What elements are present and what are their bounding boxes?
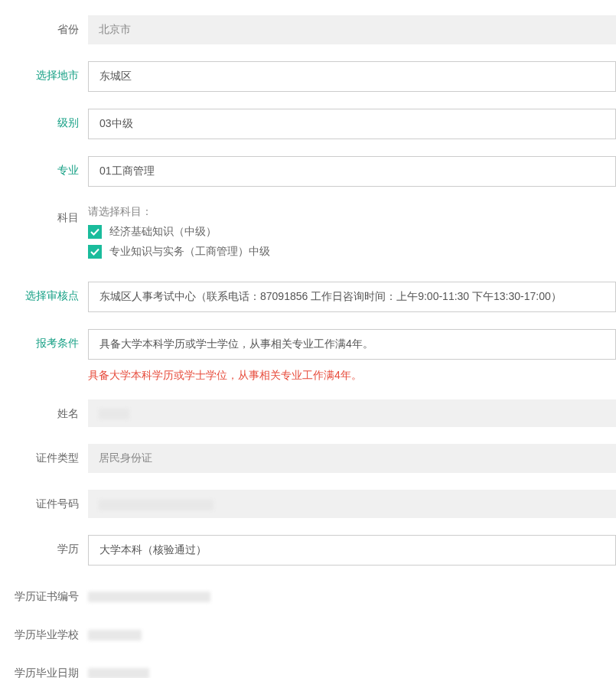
- label-major: 专业: [0, 156, 88, 178]
- label-subject: 科目: [0, 204, 88, 225]
- conditions-select[interactable]: 具备大学本科学历或学士学位，从事相关专业工作满4年。: [88, 329, 616, 360]
- conditions-warning: 具备大学本科学历或学士学位，从事相关专业工作满4年。: [88, 369, 616, 383]
- label-id-number: 证件号码: [0, 490, 88, 511]
- label-education: 学历: [0, 535, 88, 556]
- label-district: 选择地市: [0, 61, 88, 83]
- subject-prompt: 请选择科目：: [88, 204, 616, 219]
- label-province: 省份: [0, 15, 88, 37]
- checkbox-subject-2[interactable]: [88, 245, 102, 259]
- cert-number-value: [88, 582, 616, 602]
- subject-2-label: 专业知识与实务（工商管理）中级: [109, 245, 270, 259]
- label-cert-number: 学历证书编号: [0, 582, 88, 604]
- province-value: 北京市: [88, 15, 616, 44]
- review-point-select[interactable]: 东城区人事考试中心（联系电话：87091856 工作日咨询时间：上午9:00-1…: [88, 282, 616, 312]
- label-grad-school: 学历毕业学校: [0, 621, 88, 642]
- subject-1-label: 经济基础知识（中级）: [109, 225, 217, 239]
- grad-school-value: [88, 621, 616, 641]
- grad-date-value: [88, 659, 616, 678]
- education-select[interactable]: 大学本科（核验通过）: [88, 535, 616, 566]
- label-name: 姓名: [0, 399, 88, 421]
- name-value: [88, 399, 616, 427]
- major-select[interactable]: 01工商管理: [88, 156, 616, 187]
- checkbox-subject-1[interactable]: [88, 225, 102, 239]
- id-type-value: 居民身份证: [88, 444, 616, 473]
- check-icon: [90, 227, 99, 236]
- level-select[interactable]: 03中级: [88, 109, 616, 139]
- id-number-value: [88, 490, 616, 517]
- district-select[interactable]: 东城区: [88, 61, 616, 92]
- label-level: 级别: [0, 109, 88, 130]
- label-id-type: 证件类型: [0, 444, 88, 465]
- check-icon: [90, 247, 99, 256]
- label-review-point: 选择审核点: [0, 282, 88, 303]
- label-conditions: 报考条件: [0, 329, 88, 350]
- label-grad-date: 学历毕业日期: [0, 659, 88, 678]
